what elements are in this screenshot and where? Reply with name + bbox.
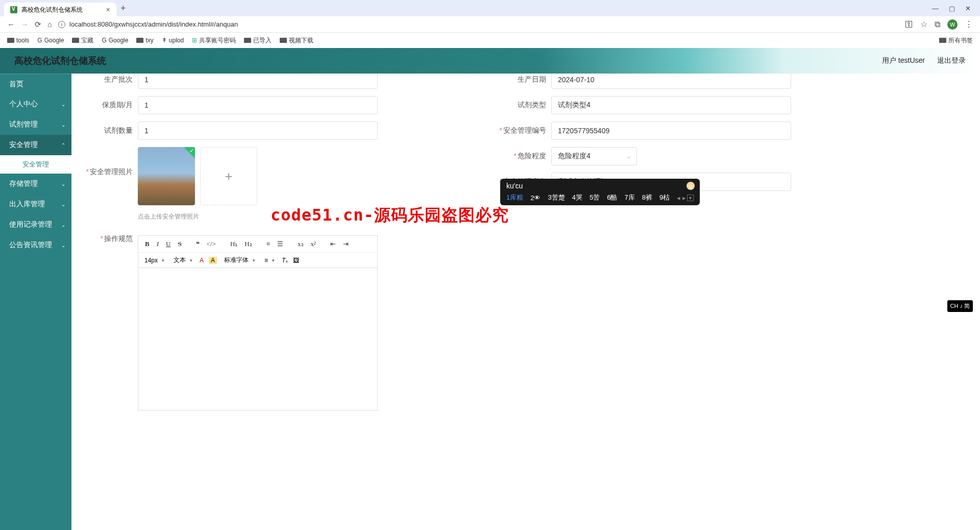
bookmark-item[interactable]: 已导入 xyxy=(244,36,272,45)
bold-button[interactable]: B xyxy=(142,239,152,249)
ime-face-icon: ☺ xyxy=(687,182,695,190)
bookmark-item[interactable]: 宝藏 xyxy=(72,36,93,45)
window-controls: — ▢ ✕ xyxy=(932,5,980,12)
quote-button[interactable]: ❝ xyxy=(193,239,202,249)
back-icon[interactable]: ← xyxy=(7,20,15,29)
sidebar-item-safety[interactable]: 安全管理⌃ xyxy=(0,135,71,155)
bookmark-item[interactable]: G Google xyxy=(102,37,128,44)
sidebar-item-usage[interactable]: 使用记录管理⌄ xyxy=(0,214,71,235)
folder-icon xyxy=(280,38,287,43)
select-danger-level[interactable]: 危险程度4⌄ xyxy=(551,147,637,165)
label-safety-photo: *安全管理照片 xyxy=(82,167,133,177)
folder-icon xyxy=(7,38,14,43)
forward-icon[interactable]: → xyxy=(21,20,29,29)
underline-button[interactable]: U xyxy=(163,239,173,249)
menu-icon[interactable]: ⋮ xyxy=(965,19,973,29)
bookmark-item[interactable]: txy xyxy=(136,37,153,44)
extensions-icon[interactable]: ⧉ xyxy=(935,20,940,29)
profile-avatar[interactable]: W xyxy=(947,19,958,30)
sidebar-item-label: 出入库管理 xyxy=(9,200,45,209)
browser-tab[interactable]: 高校危化试剂仓储系统 × xyxy=(4,3,116,17)
sidebar-item-inout[interactable]: 出入库管理⌄ xyxy=(0,194,71,214)
h1-button[interactable]: H₁ xyxy=(228,239,240,249)
ime-candidate[interactable]: 1库粗 xyxy=(506,193,523,202)
ime-candidate[interactable]: 5苦 xyxy=(590,193,600,202)
label-shelf-life: 保质期/月 xyxy=(82,101,133,110)
input-reagent-qty[interactable] xyxy=(138,122,378,140)
outdent-button[interactable]: ⇥ xyxy=(340,239,351,249)
ime-candidate[interactable]: 3苦楚 xyxy=(548,193,565,202)
ime-candidate[interactable]: 6酷 xyxy=(607,193,617,202)
language-indicator[interactable]: CH ♪ 简 xyxy=(947,300,973,312)
ime-candidate[interactable]: 9枯 xyxy=(659,193,670,202)
ime-pager[interactable]: ◂ ▸ ▾ xyxy=(677,194,694,202)
upload-thumbnail[interactable]: ✓ xyxy=(138,147,195,205)
ime-candidate[interactable]: 2👁 xyxy=(530,194,541,202)
input-batch[interactable] xyxy=(138,74,378,89)
key-icon[interactable]: ⚿ xyxy=(905,20,913,29)
maximize-icon[interactable]: ▢ xyxy=(949,5,955,12)
folder-icon xyxy=(72,38,79,43)
unordered-list-button[interactable]: ☰ xyxy=(275,239,286,249)
info-icon[interactable]: i xyxy=(58,21,65,28)
all-bookmarks[interactable]: 所有书签 xyxy=(939,36,973,45)
font-family-select[interactable]: 标准字体 xyxy=(222,255,257,266)
editor-toolbar-2: 14px 文本 A A 标准字体 ≡ Tₓ 🖼 xyxy=(138,252,378,268)
italic-button[interactable]: I xyxy=(154,239,161,249)
sidebar-item-notice[interactable]: 公告资讯管理⌄ xyxy=(0,235,71,255)
sidebar-item-home[interactable]: 首页 xyxy=(0,74,71,94)
ime-candidate[interactable]: 7库 xyxy=(624,193,634,202)
tab-close-icon[interactable]: × xyxy=(106,6,110,14)
ime-candidate[interactable]: 4哭 xyxy=(572,193,582,202)
bookmark-item[interactable]: G Google xyxy=(37,37,64,44)
app-title: 高校危化试剂仓储系统 xyxy=(14,55,106,67)
url-input[interactable]: i localhost:8080/gxwhsjccxt/admin/dist/i… xyxy=(58,20,899,28)
sidebar-item-reagent[interactable]: 试剂管理⌄ xyxy=(0,114,71,135)
bookmark-item[interactable]: 视频下载 xyxy=(280,36,313,45)
close-icon[interactable]: ✕ xyxy=(965,5,971,12)
h2-button[interactable]: H₂ xyxy=(242,239,254,249)
reload-icon[interactable]: ⟳ xyxy=(35,20,41,29)
favicon-icon xyxy=(10,6,17,13)
image-button[interactable]: 🖼 xyxy=(293,257,299,264)
align-select[interactable]: ≡ xyxy=(262,256,277,265)
star-icon[interactable]: ☆ xyxy=(920,19,927,29)
bookmark-item[interactable]: ↟ uplod xyxy=(162,37,184,44)
upload-add-button[interactable]: + xyxy=(200,147,257,205)
label-danger-level: *危险程度 xyxy=(495,152,546,161)
clear-format-button[interactable]: Tₓ xyxy=(282,257,288,264)
superscript-button[interactable]: x² xyxy=(308,239,318,249)
input-safety-id[interactable] xyxy=(551,122,791,140)
font-color-button[interactable]: A xyxy=(200,257,204,264)
browser-chrome: 高校危化试剂仓储系统 × + — ▢ ✕ ← → ⟳ ⌂ i localhost… xyxy=(0,0,980,48)
ime-candidate[interactable]: 8裤 xyxy=(642,193,652,202)
input-reagent-type[interactable] xyxy=(551,96,791,114)
bg-color-button[interactable]: A xyxy=(209,257,217,264)
input-prod-date[interactable] xyxy=(551,74,791,89)
sidebar-item-storage[interactable]: 存储管理⌄ xyxy=(0,174,71,194)
upload-area: ✓ + xyxy=(138,147,257,205)
editor-body[interactable] xyxy=(138,268,378,411)
input-shelf-life[interactable] xyxy=(138,96,378,114)
url-text: localhost:8080/gxwhsjccxt/admin/dist/ind… xyxy=(69,20,238,28)
sidebar-item-personal[interactable]: 个人中心⌄ xyxy=(0,94,71,114)
strike-button[interactable]: S xyxy=(175,239,184,249)
address-bar: ← → ⟳ ⌂ i localhost:8080/gxwhsjccxt/admi… xyxy=(0,16,980,33)
app-header: 高校危化试剂仓储系统 用户 testUser 退出登录 xyxy=(0,48,980,74)
text-menu-select[interactable]: 文本 xyxy=(172,255,194,266)
home-icon[interactable]: ⌂ xyxy=(47,20,52,29)
bookmark-item[interactable]: tools xyxy=(7,37,29,44)
bookmark-item[interactable]: ⊞ 共享账号密码 xyxy=(192,36,236,45)
new-tab-button[interactable]: + xyxy=(116,3,130,14)
font-size-select[interactable]: 14px xyxy=(142,256,166,265)
code-button[interactable]: </> xyxy=(204,239,218,249)
select-value: 危险程度4 xyxy=(558,152,591,161)
minimize-icon[interactable]: — xyxy=(932,5,939,12)
sidebar-subitem-safety[interactable]: 安全管理 xyxy=(0,155,71,174)
indent-button[interactable]: ⇤ xyxy=(328,239,338,249)
folder-icon xyxy=(136,38,143,43)
ime-candidates[interactable]: 1库粗 2👁 3苦楚 4哭 5苦 6酷 7库 8裤 9枯 ◂ ▸ ▾ xyxy=(506,192,694,202)
subscript-button[interactable]: x₂ xyxy=(295,239,306,249)
logout-link[interactable]: 退出登录 xyxy=(937,56,966,65)
ordered-list-button[interactable]: ≡ xyxy=(264,239,273,249)
